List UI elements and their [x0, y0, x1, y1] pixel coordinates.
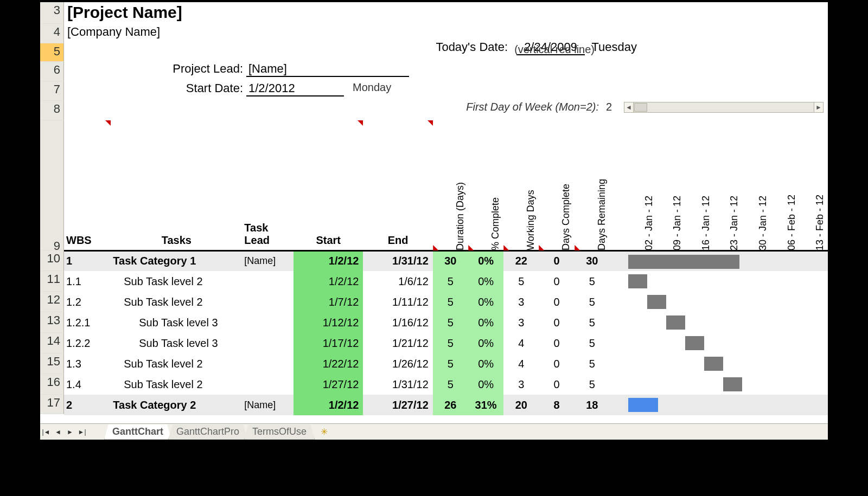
table-row[interactable]: 1.2Sub Task level 21/7/121/11/1250%305 — [64, 292, 828, 312]
cell-wbs[interactable]: 1.3 — [64, 353, 111, 374]
cell-wbs[interactable]: 2 — [64, 395, 111, 415]
cell-task[interactable]: Sub Task level 2 — [111, 353, 242, 374]
table-row[interactable]: 1.3Sub Task level 21/22/121/26/1250%405 — [64, 353, 828, 374]
row-header[interactable]: 11 — [40, 271, 64, 292]
gantt-week-header[interactable]: 16 - Jan - 12 — [685, 120, 714, 250]
row-header[interactable]: 7 — [40, 81, 64, 101]
cell-wbs[interactable]: 1.2 — [64, 292, 111, 312]
tab-nav-next-icon[interactable]: ► — [65, 427, 75, 437]
cell-duration[interactable]: 5 — [433, 333, 468, 353]
cell-start[interactable]: 1/7/12 — [293, 292, 363, 312]
cell-lead[interactable] — [242, 312, 293, 333]
table-row[interactable]: 1.1Sub Task level 21/2/121/6/1250%505 — [64, 271, 828, 292]
gantt-week-header[interactable]: 23 - Jan - 12 — [713, 120, 742, 250]
project-lead-value[interactable]: [Name] — [246, 62, 409, 77]
scrollbar-right-arrow[interactable]: ► — [814, 102, 824, 113]
cell-end[interactable]: 1/16/12 — [363, 312, 432, 333]
cell-start[interactable]: 1/22/12 — [293, 353, 363, 374]
row-header[interactable]: 16 — [40, 374, 64, 395]
table-row[interactable]: 1.2.1Sub Task level 31/12/121/16/1250%30… — [64, 312, 828, 333]
cell-wdays[interactable]: 3 — [503, 374, 539, 395]
cell-task[interactable]: Sub Task level 3 — [111, 333, 242, 353]
cell-drem[interactable]: 5 — [575, 353, 610, 374]
cell-start[interactable]: 1/27/12 — [293, 374, 363, 395]
cell-lead[interactable] — [242, 333, 293, 353]
cell-dcomp[interactable]: 0 — [539, 312, 574, 333]
cell-task[interactable]: Sub Task level 2 — [111, 271, 242, 292]
cell-end[interactable]: 1/26/12 — [363, 353, 432, 374]
cell-dcomp[interactable]: 0 — [539, 353, 574, 374]
cell-wdays[interactable]: 4 — [503, 333, 539, 353]
cell-duration[interactable]: 5 — [433, 312, 468, 333]
gantt-week-header[interactable]: 13 - Feb - 12 — [799, 120, 828, 250]
cell-wbs[interactable]: 1.4 — [64, 374, 111, 395]
table-row[interactable]: 1.4Sub Task level 21/27/121/31/1250%305 — [64, 374, 828, 395]
gantt-week-header[interactable]: 02 - Jan - 12 — [628, 120, 657, 250]
tab-nav-prev-icon[interactable]: ◄ — [53, 427, 63, 437]
row-header[interactable]: 3 — [40, 2, 64, 24]
cell-lead[interactable]: [Name] — [242, 395, 293, 415]
row-header[interactable]: 6 — [40, 62, 64, 81]
row-header[interactable]: 4 — [40, 24, 64, 43]
cell-start[interactable]: 1/2/12 — [293, 395, 363, 415]
cell-lead[interactable] — [242, 353, 293, 374]
col-working-days[interactable]: Working Days — [503, 120, 539, 250]
cell-duration[interactable]: 5 — [433, 353, 468, 374]
cell-drem[interactable]: 18 — [575, 395, 610, 415]
col-task-lead[interactable]: Task Lead — [242, 120, 293, 250]
cell-dcomp[interactable]: 0 — [539, 292, 574, 312]
cell-duration[interactable]: 5 — [433, 292, 468, 312]
col-days-remaining[interactable]: Days Remaining — [575, 120, 610, 250]
col-start[interactable]: Start — [293, 120, 363, 250]
cell-pct[interactable]: 31% — [468, 395, 503, 415]
sheet-tab-termsofuse[interactable]: TermsOfUse — [244, 424, 315, 440]
cell-end[interactable]: 1/21/12 — [363, 333, 432, 353]
cell-lead[interactable] — [242, 271, 293, 292]
cell-task[interactable]: Task Category 2 — [111, 395, 242, 415]
col-pct-complete[interactable]: % Complete — [468, 120, 503, 250]
cell-wbs[interactable]: 1.2.2 — [64, 333, 111, 353]
col-wbs[interactable]: WBS — [64, 120, 111, 250]
row-header[interactable]: 15 — [40, 353, 64, 374]
col-tasks[interactable]: Tasks — [111, 120, 242, 250]
company-name-cell[interactable]: [Company Name] — [64, 24, 828, 40]
sheet-tab-ganttchart[interactable]: GanttChart — [104, 424, 171, 440]
cell-end[interactable]: 1/31/12 — [363, 250, 432, 271]
row-header[interactable]: 17 — [40, 395, 64, 414]
row-header[interactable]: 10 — [40, 250, 64, 271]
cell-end[interactable]: 1/6/12 — [363, 271, 432, 292]
cell-pct[interactable]: 0% — [468, 333, 503, 353]
scrollbar-left-arrow[interactable]: ◄ — [624, 102, 634, 113]
cell-dcomp[interactable]: 0 — [539, 333, 574, 353]
cell-end[interactable]: 1/31/12 — [363, 374, 432, 395]
gantt-horizontal-scrollbar[interactable]: ◄ ► — [624, 102, 824, 113]
cell-pct[interactable]: 0% — [468, 271, 503, 292]
cell-pct[interactable]: 0% — [468, 250, 503, 271]
cell-lead[interactable] — [242, 292, 293, 312]
cell-task[interactable]: Task Category 1 — [111, 250, 242, 271]
row-header[interactable]: 9 — [40, 120, 64, 250]
cell-pct[interactable]: 0% — [468, 353, 503, 374]
gantt-week-header[interactable]: 09 - Jan - 12 — [656, 120, 685, 250]
cell-drem[interactable]: 5 — [575, 271, 610, 292]
cell-dcomp[interactable]: 0 — [539, 271, 574, 292]
cell-dcomp[interactable]: 0 — [539, 374, 574, 395]
cell-pct[interactable]: 0% — [468, 292, 503, 312]
cell-drem[interactable]: 5 — [575, 312, 610, 333]
cell-start[interactable]: 1/2/12 — [293, 250, 363, 271]
cell-task[interactable]: Sub Task level 3 — [111, 312, 242, 333]
cell-lead[interactable] — [242, 374, 293, 395]
first-day-of-week-value[interactable]: 2 — [606, 101, 612, 113]
table-row[interactable]: 1.2.2Sub Task level 31/17/121/21/1250%40… — [64, 333, 828, 353]
cell-dcomp[interactable]: 8 — [539, 395, 574, 415]
cell-duration[interactable]: 5 — [433, 271, 468, 292]
cell-drem[interactable]: 5 — [575, 292, 610, 312]
new-sheet-icon[interactable]: ✳ — [317, 426, 331, 438]
cell-drem[interactable]: 30 — [575, 250, 610, 271]
cell-wbs[interactable]: 1.1 — [64, 271, 111, 292]
cell-drem[interactable]: 5 — [575, 333, 610, 353]
project-name-cell[interactable]: [Project Name] — [64, 2, 828, 23]
cell-end[interactable]: 1/27/12 — [363, 395, 432, 415]
tab-nav-last-icon[interactable]: ►| — [76, 427, 87, 437]
cell-wdays[interactable]: 22 — [503, 250, 539, 271]
